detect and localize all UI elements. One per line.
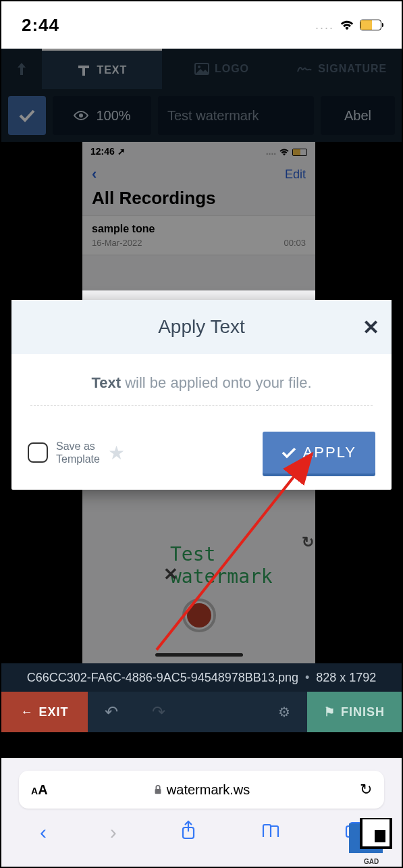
url-text: watermark.ws xyxy=(153,782,250,798)
dim-overlay xyxy=(1,476,402,663)
modal-header: Apply Text ✕ xyxy=(11,300,392,354)
reader-mode-button[interactable]: AA xyxy=(31,782,48,798)
nav-back-button[interactable]: ‹ xyxy=(40,821,47,844)
checkbox[interactable] xyxy=(28,442,48,463)
separator: • xyxy=(305,671,309,685)
apply-button[interactable]: APPLY xyxy=(263,432,375,474)
divider xyxy=(30,405,373,406)
modal-footer: Save asTemplate ★ APPLY xyxy=(11,419,392,490)
svg-point-2 xyxy=(79,113,83,118)
save-template-option[interactable]: Save asTemplate ★ xyxy=(28,440,125,465)
finish-button[interactable]: ⚑ FINISH xyxy=(307,692,402,732)
redo-icon: ↷ xyxy=(152,703,166,721)
watermark-text-input[interactable]: Test watermark xyxy=(158,96,314,135)
dim-overlay xyxy=(1,142,402,290)
text-icon xyxy=(76,63,91,77)
flag-icon: ⚑ xyxy=(324,705,335,719)
share-button[interactable] xyxy=(180,820,197,845)
confirm-check-button[interactable] xyxy=(8,96,46,135)
gear-icon: ⚙ xyxy=(278,704,291,720)
text-options-row: 100% Test watermark Abel xyxy=(1,89,402,142)
undo-button[interactable]: ↶ xyxy=(88,692,135,732)
watermark-text-value: Test watermark xyxy=(167,108,259,124)
opacity-value: 100% xyxy=(96,108,130,124)
star-icon: ★ xyxy=(108,442,125,464)
font-select[interactable]: Abel xyxy=(321,96,395,135)
wifi-icon xyxy=(340,19,354,31)
nav-forward-button[interactable]: › xyxy=(110,821,117,844)
arrow-left-icon: ← xyxy=(20,705,33,719)
apply-text-modal: Apply Text ✕ Text will be applied onto y… xyxy=(11,300,392,490)
opacity-control[interactable]: 100% xyxy=(53,96,151,135)
file-name: C66CC302-FA6C-4886-9AC5-94548978BB13.png xyxy=(27,671,298,685)
app-area: TEXT LOGO SIGNATURE 100% Test watermark … xyxy=(1,49,402,758)
tab-label: SIGNATURE xyxy=(318,63,387,75)
modal-body: Text will be applied onto your file. xyxy=(11,354,392,419)
tab-text[interactable]: TEXT xyxy=(42,49,162,89)
svg-rect-10 xyxy=(375,830,385,842)
redo-button[interactable]: ↷ xyxy=(135,692,182,732)
safari-chrome: AA watermark.ws ↻ ‹ › GAD xyxy=(1,758,402,868)
bookmarks-button[interactable] xyxy=(261,821,281,844)
tab-label: LOGO xyxy=(215,63,249,75)
close-icon[interactable]: ✕ xyxy=(362,315,379,339)
lock-icon xyxy=(153,784,163,795)
back-button[interactable] xyxy=(1,49,42,89)
status-icons: .... xyxy=(315,18,381,32)
modal-title: Apply Text xyxy=(158,316,245,338)
arrow-up-icon xyxy=(16,61,28,77)
check-icon xyxy=(18,108,36,123)
undo-icon: ↶ xyxy=(105,703,119,721)
font-value: Abel xyxy=(344,108,371,124)
settings-button[interactable]: ⚙ xyxy=(182,692,307,732)
tab-logo[interactable]: LOGO xyxy=(162,49,282,89)
save-template-label: Save asTemplate xyxy=(56,440,100,465)
battery-icon xyxy=(360,20,381,30)
watermark-type-tabs: TEXT LOGO SIGNATURE xyxy=(1,49,402,89)
filename-bar: C66CC302-FA6C-4886-9AC5-94548978BB13.png… xyxy=(1,663,402,692)
cell-dots-icon: .... xyxy=(315,18,334,32)
image-icon xyxy=(194,63,209,75)
exit-label: EXIT xyxy=(38,705,68,719)
action-bar: ← EXIT ↶ ↷ ⚙ ⚑ FINISH xyxy=(1,692,402,732)
svg-text:GAD: GAD xyxy=(364,858,379,865)
page-logo: GAD xyxy=(342,818,398,867)
finish-label: FINISH xyxy=(341,705,385,719)
tab-signature[interactable]: SIGNATURE xyxy=(281,49,402,89)
url-bar[interactable]: AA watermark.ws ↻ xyxy=(19,771,384,809)
signature-icon xyxy=(296,63,313,74)
device-status-bar: 2:44 .... xyxy=(1,1,402,49)
svg-point-1 xyxy=(198,66,200,68)
exit-button[interactable]: ← EXIT xyxy=(1,692,88,732)
svg-rect-4 xyxy=(155,789,161,794)
eye-icon xyxy=(73,110,89,121)
file-dimensions: 828 x 1792 xyxy=(316,671,376,685)
modal-message: Text will be applied onto your file. xyxy=(30,374,373,392)
check-icon xyxy=(281,446,296,459)
reload-icon[interactable]: ↻ xyxy=(360,781,372,798)
status-time: 2:44 xyxy=(22,15,59,36)
tab-label: TEXT xyxy=(97,64,127,76)
apply-label: APPLY xyxy=(303,444,356,461)
